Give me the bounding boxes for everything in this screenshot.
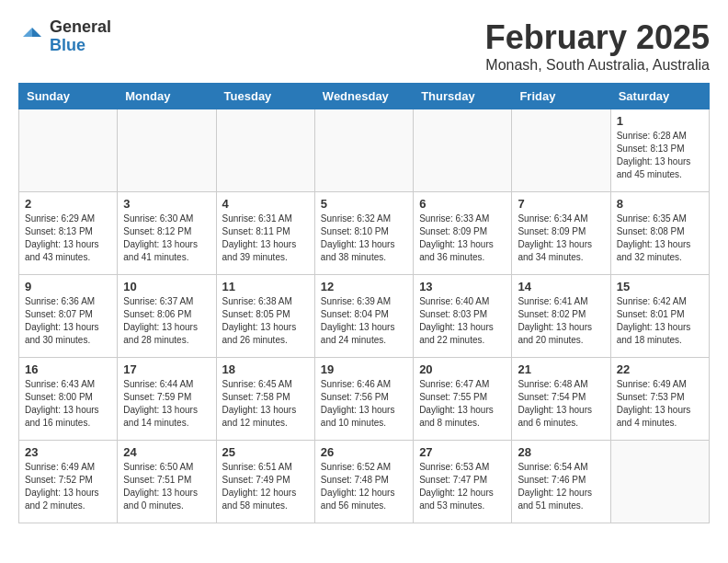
day-number: 12 (321, 280, 407, 293)
weekday-header-row: SundayMondayTuesdayWednesdayThursdayFrid… (19, 84, 710, 109)
calendar-cell: 5Sunrise: 6:32 AM Sunset: 8:10 PM Daylig… (314, 192, 413, 275)
logo-blue: Blue (50, 37, 111, 55)
day-number: 1 (617, 114, 703, 128)
calendar-cell: 18Sunrise: 6:45 AM Sunset: 7:58 PM Dayli… (216, 358, 314, 441)
calendar-cell: 1Sunrise: 6:28 AM Sunset: 8:13 PM Daylig… (610, 109, 709, 192)
logo: General Blue (18, 18, 111, 55)
header: General Blue February 2025 Monash, South… (18, 18, 710, 74)
day-number: 25 (222, 445, 309, 459)
day-number: 19 (321, 362, 407, 376)
day-info: Sunrise: 6:30 AM Sunset: 8:12 PM Dayligh… (123, 213, 210, 264)
title-section: February 2025 Monash, South Australia, A… (485, 18, 710, 74)
day-info: Sunrise: 6:31 AM Sunset: 8:11 PM Dayligh… (222, 213, 309, 264)
day-info: Sunrise: 6:47 AM Sunset: 7:55 PM Dayligh… (419, 378, 506, 430)
day-info: Sunrise: 6:34 AM Sunset: 8:09 PM Dayligh… (518, 213, 604, 264)
day-info: Sunrise: 6:52 AM Sunset: 7:48 PM Dayligh… (321, 461, 407, 512)
day-number: 3 (123, 197, 210, 211)
calendar-cell: 10Sunrise: 6:37 AM Sunset: 8:06 PM Dayli… (118, 275, 216, 358)
calendar-cell: 13Sunrise: 6:40 AM Sunset: 8:03 PM Dayli… (414, 275, 512, 358)
calendar-cell: 2Sunrise: 6:29 AM Sunset: 8:13 PM Daylig… (19, 192, 118, 275)
day-info: Sunrise: 6:49 AM Sunset: 7:52 PM Dayligh… (25, 461, 111, 512)
day-number: 9 (25, 280, 111, 293)
day-info: Sunrise: 6:43 AM Sunset: 8:00 PM Dayligh… (25, 378, 111, 430)
weekday-header-wednesday: Wednesday (314, 84, 413, 109)
week-row-2: 2Sunrise: 6:29 AM Sunset: 8:13 PM Daylig… (19, 192, 710, 275)
day-info: Sunrise: 6:33 AM Sunset: 8:09 PM Dayligh… (419, 213, 506, 264)
logo-icon (18, 23, 46, 51)
day-info: Sunrise: 6:38 AM Sunset: 8:05 PM Dayligh… (222, 295, 309, 347)
day-number: 8 (617, 197, 703, 211)
weekday-header-thursday: Thursday (414, 84, 512, 109)
weekday-header-sunday: Sunday (19, 84, 118, 109)
calendar-cell (216, 109, 314, 192)
day-info: Sunrise: 6:39 AM Sunset: 8:04 PM Dayligh… (321, 295, 407, 347)
weekday-header-friday: Friday (512, 84, 610, 109)
calendar-cell: 16Sunrise: 6:43 AM Sunset: 8:00 PM Dayli… (19, 358, 118, 441)
day-number: 27 (419, 445, 506, 459)
day-number: 18 (222, 362, 309, 376)
logo-text: General Blue (50, 18, 111, 55)
day-info: Sunrise: 6:46 AM Sunset: 7:56 PM Dayligh… (321, 378, 407, 430)
day-info: Sunrise: 6:36 AM Sunset: 8:07 PM Dayligh… (25, 295, 111, 347)
week-row-4: 16Sunrise: 6:43 AM Sunset: 8:00 PM Dayli… (19, 358, 710, 441)
day-number: 21 (518, 362, 604, 376)
day-info: Sunrise: 6:41 AM Sunset: 8:02 PM Dayligh… (518, 295, 604, 347)
day-info: Sunrise: 6:40 AM Sunset: 8:03 PM Dayligh… (419, 295, 506, 347)
day-info: Sunrise: 6:50 AM Sunset: 7:51 PM Dayligh… (123, 461, 210, 512)
day-info: Sunrise: 6:44 AM Sunset: 7:59 PM Dayligh… (123, 378, 210, 430)
day-number: 7 (518, 197, 604, 211)
calendar-cell: 4Sunrise: 6:31 AM Sunset: 8:11 PM Daylig… (216, 192, 314, 275)
day-info: Sunrise: 6:48 AM Sunset: 7:54 PM Dayligh… (518, 378, 604, 430)
calendar-cell: 23Sunrise: 6:49 AM Sunset: 7:52 PM Dayli… (19, 441, 118, 523)
calendar-cell (19, 109, 118, 192)
day-number: 20 (419, 362, 506, 376)
day-info: Sunrise: 6:37 AM Sunset: 8:06 PM Dayligh… (123, 295, 210, 347)
day-info: Sunrise: 6:32 AM Sunset: 8:10 PM Dayligh… (321, 213, 407, 264)
calendar-cell: 21Sunrise: 6:48 AM Sunset: 7:54 PM Dayli… (512, 358, 610, 441)
calendar-cell: 22Sunrise: 6:49 AM Sunset: 7:53 PM Dayli… (610, 358, 709, 441)
weekday-header-tuesday: Tuesday (216, 84, 314, 109)
logo-general: General (50, 18, 111, 37)
week-row-3: 9Sunrise: 6:36 AM Sunset: 8:07 PM Daylig… (19, 275, 710, 358)
week-row-1: 1Sunrise: 6:28 AM Sunset: 8:13 PM Daylig… (19, 109, 710, 192)
day-number: 26 (321, 445, 407, 459)
calendar-cell: 8Sunrise: 6:35 AM Sunset: 8:08 PM Daylig… (610, 192, 709, 275)
main-title: February 2025 (485, 18, 710, 57)
calendar-cell: 6Sunrise: 6:33 AM Sunset: 8:09 PM Daylig… (414, 192, 512, 275)
calendar-cell (314, 109, 413, 192)
day-number: 24 (123, 445, 210, 459)
day-number: 17 (123, 362, 210, 376)
calendar-cell: 11Sunrise: 6:38 AM Sunset: 8:05 PM Dayli… (216, 275, 314, 358)
calendar-cell: 9Sunrise: 6:36 AM Sunset: 8:07 PM Daylig… (19, 275, 118, 358)
day-number: 23 (25, 445, 111, 459)
calendar-cell (414, 109, 512, 192)
day-info: Sunrise: 6:54 AM Sunset: 7:46 PM Dayligh… (518, 461, 604, 512)
calendar-cell: 15Sunrise: 6:42 AM Sunset: 8:01 PM Dayli… (610, 275, 709, 358)
day-info: Sunrise: 6:51 AM Sunset: 7:49 PM Dayligh… (222, 461, 309, 512)
day-info: Sunrise: 6:28 AM Sunset: 8:13 PM Dayligh… (617, 130, 703, 181)
calendar-cell: 14Sunrise: 6:41 AM Sunset: 8:02 PM Dayli… (512, 275, 610, 358)
day-number: 22 (617, 362, 703, 376)
day-number: 14 (518, 280, 604, 293)
calendar-cell: 26Sunrise: 6:52 AM Sunset: 7:48 PM Dayli… (314, 441, 413, 523)
day-info: Sunrise: 6:49 AM Sunset: 7:53 PM Dayligh… (617, 378, 703, 430)
day-number: 28 (518, 445, 604, 459)
week-row-5: 23Sunrise: 6:49 AM Sunset: 7:52 PM Dayli… (19, 441, 710, 523)
calendar-cell: 24Sunrise: 6:50 AM Sunset: 7:51 PM Dayli… (118, 441, 216, 523)
calendar-cell: 28Sunrise: 6:54 AM Sunset: 7:46 PM Dayli… (512, 441, 610, 523)
calendar-cell: 17Sunrise: 6:44 AM Sunset: 7:59 PM Dayli… (118, 358, 216, 441)
calendar-cell: 19Sunrise: 6:46 AM Sunset: 7:56 PM Dayli… (314, 358, 413, 441)
calendar-cell: 27Sunrise: 6:53 AM Sunset: 7:47 PM Dayli… (414, 441, 512, 523)
weekday-header-monday: Monday (118, 84, 216, 109)
day-number: 2 (25, 197, 111, 211)
calendar: SundayMondayTuesdayWednesdayThursdayFrid… (18, 83, 710, 523)
day-info: Sunrise: 6:42 AM Sunset: 8:01 PM Dayligh… (617, 295, 703, 347)
day-number: 6 (419, 197, 506, 211)
calendar-cell: 25Sunrise: 6:51 AM Sunset: 7:49 PM Dayli… (216, 441, 314, 523)
calendar-cell (610, 441, 709, 523)
calendar-cell: 7Sunrise: 6:34 AM Sunset: 8:09 PM Daylig… (512, 192, 610, 275)
day-number: 11 (222, 280, 309, 293)
day-number: 10 (123, 280, 210, 293)
calendar-cell: 12Sunrise: 6:39 AM Sunset: 8:04 PM Dayli… (314, 275, 413, 358)
day-number: 15 (617, 280, 703, 293)
